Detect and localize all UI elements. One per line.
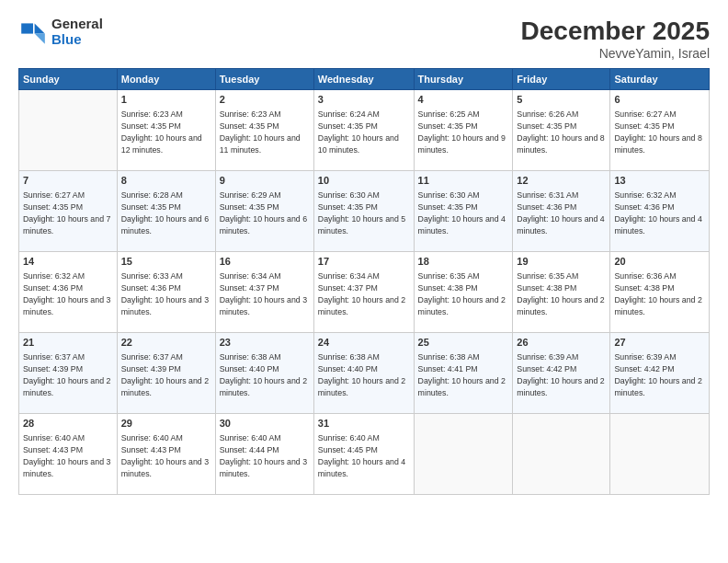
day-number: 17 [318,255,410,269]
day-number: 6 [614,93,705,107]
day-info: Sunrise: 6:27 AM Sunset: 4:35 PM Dayligh… [23,190,113,236]
day-number: 23 [220,336,310,350]
calendar-header-monday: Monday [117,69,215,90]
day-info: Sunrise: 6:23 AM Sunset: 4:35 PM Dayligh… [121,109,211,155]
day-info: Sunrise: 6:38 AM Sunset: 4:40 PM Dayligh… [318,351,410,398]
calendar-cell: 22Sunrise: 6:37 AM Sunset: 4:39 PM Dayli… [117,333,215,414]
day-info: Sunrise: 6:39 AM Sunset: 4:42 PM Dayligh… [614,351,705,398]
day-info: Sunrise: 6:34 AM Sunset: 4:37 PM Dayligh… [318,270,410,317]
svg-rect-2 [21,23,33,33]
day-number: 8 [121,174,211,188]
logo-general-text: General [51,17,103,32]
day-number: 25 [418,336,509,350]
svg-marker-1 [35,33,45,43]
calendar-header-sunday: Sunday [19,69,118,90]
day-info: Sunrise: 6:40 AM Sunset: 4:43 PM Dayligh… [23,432,113,479]
day-info: Sunrise: 6:40 AM Sunset: 4:44 PM Dayligh… [220,432,310,479]
day-info: Sunrise: 6:30 AM Sunset: 4:35 PM Dayligh… [418,190,509,236]
day-number: 9 [220,174,310,188]
day-info: Sunrise: 6:34 AM Sunset: 4:37 PM Dayligh… [220,270,310,317]
day-info: Sunrise: 6:27 AM Sunset: 4:35 PM Dayligh… [614,109,705,155]
calendar-week-row: 28Sunrise: 6:40 AM Sunset: 4:43 PM Dayli… [19,414,710,495]
day-number: 2 [220,93,310,107]
day-number: 20 [614,255,705,269]
calendar-cell: 12Sunrise: 6:31 AM Sunset: 4:36 PM Dayli… [513,171,610,252]
calendar-cell: 29Sunrise: 6:40 AM Sunset: 4:43 PM Dayli… [117,414,215,495]
day-number: 31 [318,417,410,431]
day-info: Sunrise: 6:37 AM Sunset: 4:39 PM Dayligh… [121,351,211,398]
day-number: 13 [614,174,705,188]
calendar-cell: 2Sunrise: 6:23 AM Sunset: 4:35 PM Daylig… [215,90,313,171]
day-number: 10 [318,174,410,188]
day-number: 30 [220,417,310,431]
day-number: 16 [220,255,310,269]
calendar-cell: 5Sunrise: 6:26 AM Sunset: 4:35 PM Daylig… [513,90,610,171]
day-info: Sunrise: 6:30 AM Sunset: 4:35 PM Dayligh… [318,190,410,236]
calendar-cell: 11Sunrise: 6:30 AM Sunset: 4:35 PM Dayli… [414,171,513,252]
calendar-header-wednesday: Wednesday [313,69,414,90]
calendar-cell [513,414,610,495]
day-number: 29 [121,417,211,431]
calendar-cell: 31Sunrise: 6:40 AM Sunset: 4:45 PM Dayli… [313,414,414,495]
day-info: Sunrise: 6:36 AM Sunset: 4:38 PM Dayligh… [614,270,705,317]
title-block: December 2025 NevveYamin, Israel [521,17,710,61]
page: General Blue December 2025 NevveYamin, I… [0,0,728,563]
day-number: 15 [121,255,211,269]
calendar-cell: 25Sunrise: 6:38 AM Sunset: 4:41 PM Dayli… [414,333,513,414]
day-info: Sunrise: 6:26 AM Sunset: 4:35 PM Dayligh… [517,109,606,155]
calendar-cell: 10Sunrise: 6:30 AM Sunset: 4:35 PM Dayli… [313,171,414,252]
day-number: 26 [517,336,606,350]
calendar-header-tuesday: Tuesday [215,69,313,90]
calendar-cell: 24Sunrise: 6:38 AM Sunset: 4:40 PM Dayli… [313,333,414,414]
day-number: 21 [23,336,113,350]
calendar-cell: 7Sunrise: 6:27 AM Sunset: 4:35 PM Daylig… [19,171,118,252]
month-title: December 2025 [521,17,710,46]
calendar-cell: 18Sunrise: 6:35 AM Sunset: 4:38 PM Dayli… [414,252,513,333]
day-number: 22 [121,336,211,350]
day-number: 12 [517,174,606,188]
calendar-cell: 8Sunrise: 6:28 AM Sunset: 4:35 PM Daylig… [117,171,215,252]
calendar-cell: 16Sunrise: 6:34 AM Sunset: 4:37 PM Dayli… [215,252,313,333]
day-info: Sunrise: 6:35 AM Sunset: 4:38 PM Dayligh… [517,270,606,317]
calendar-cell: 28Sunrise: 6:40 AM Sunset: 4:43 PM Dayli… [19,414,118,495]
day-number: 28 [23,417,113,431]
day-number: 4 [418,93,509,107]
day-info: Sunrise: 6:33 AM Sunset: 4:36 PM Dayligh… [121,270,211,317]
day-info: Sunrise: 6:31 AM Sunset: 4:36 PM Dayligh… [517,190,606,236]
calendar-cell: 9Sunrise: 6:29 AM Sunset: 4:35 PM Daylig… [215,171,313,252]
calendar-cell: 27Sunrise: 6:39 AM Sunset: 4:42 PM Dayli… [610,333,710,414]
calendar-week-row: 21Sunrise: 6:37 AM Sunset: 4:39 PM Dayli… [19,333,710,414]
calendar-cell: 21Sunrise: 6:37 AM Sunset: 4:39 PM Dayli… [19,333,118,414]
calendar-week-row: 1Sunrise: 6:23 AM Sunset: 4:35 PM Daylig… [19,90,710,171]
calendar-cell: 15Sunrise: 6:33 AM Sunset: 4:36 PM Dayli… [117,252,215,333]
day-number: 18 [418,255,509,269]
logo-icon [18,17,48,47]
day-number: 14 [23,255,113,269]
day-info: Sunrise: 6:25 AM Sunset: 4:35 PM Dayligh… [418,109,509,155]
calendar-week-row: 14Sunrise: 6:32 AM Sunset: 4:36 PM Dayli… [19,252,710,333]
logo-blue-text: Blue [51,32,103,48]
header: General Blue December 2025 NevveYamin, I… [18,17,710,61]
calendar-header-saturday: Saturday [610,69,710,90]
calendar-cell [414,414,513,495]
calendar-cell: 4Sunrise: 6:25 AM Sunset: 4:35 PM Daylig… [414,90,513,171]
calendar-header-row: SundayMondayTuesdayWednesdayThursdayFrid… [19,69,710,90]
day-number: 5 [517,93,606,107]
day-info: Sunrise: 6:28 AM Sunset: 4:35 PM Dayligh… [121,190,211,236]
calendar-cell: 6Sunrise: 6:27 AM Sunset: 4:35 PM Daylig… [610,90,710,171]
day-info: Sunrise: 6:39 AM Sunset: 4:42 PM Dayligh… [517,351,606,398]
calendar-week-row: 7Sunrise: 6:27 AM Sunset: 4:35 PM Daylig… [19,171,710,252]
day-number: 1 [121,93,211,107]
calendar-cell: 13Sunrise: 6:32 AM Sunset: 4:36 PM Dayli… [610,171,710,252]
logo: General Blue [18,17,103,47]
day-info: Sunrise: 6:40 AM Sunset: 4:43 PM Dayligh… [121,432,211,479]
day-info: Sunrise: 6:23 AM Sunset: 4:35 PM Dayligh… [220,109,310,155]
calendar-table: SundayMondayTuesdayWednesdayThursdayFrid… [18,68,710,495]
calendar-cell: 23Sunrise: 6:38 AM Sunset: 4:40 PM Dayli… [215,333,313,414]
calendar-cell: 19Sunrise: 6:35 AM Sunset: 4:38 PM Dayli… [513,252,610,333]
day-info: Sunrise: 6:24 AM Sunset: 4:35 PM Dayligh… [318,109,410,155]
calendar-cell: 1Sunrise: 6:23 AM Sunset: 4:35 PM Daylig… [117,90,215,171]
day-info: Sunrise: 6:35 AM Sunset: 4:38 PM Dayligh… [418,270,509,317]
day-number: 11 [418,174,509,188]
day-info: Sunrise: 6:40 AM Sunset: 4:45 PM Dayligh… [318,432,410,479]
